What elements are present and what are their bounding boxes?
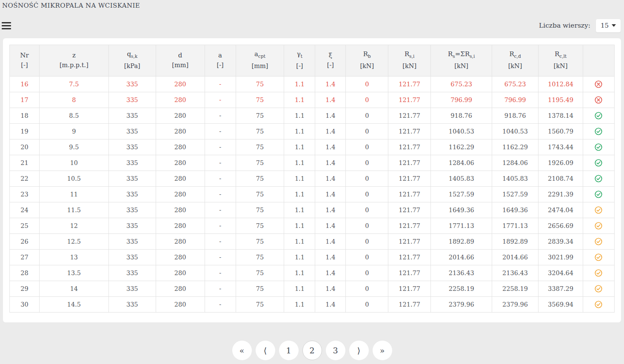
table-cell: 25	[10, 218, 40, 234]
table-cell: 1.4	[315, 171, 346, 187]
results-table: Nr[-]z[m.p.p.t.]qs,k[kPa]d[mm]a[-]acpt[m…	[9, 45, 615, 313]
table-cell: 335	[108, 108, 156, 124]
table-cell: 75	[236, 171, 284, 187]
table-row: 199335280-751.11.40121.771040.531040.531…	[10, 124, 615, 139]
next-page-button[interactable]: ⟩	[349, 341, 369, 360]
table-cell: 21	[10, 155, 40, 171]
table-cell: 918.76	[431, 108, 492, 124]
status-cell	[583, 281, 614, 297]
table-cell: 3021.99	[539, 250, 583, 265]
table-cell: 1.4	[315, 218, 346, 234]
table-cell: 14	[39, 281, 108, 297]
table-cell: 10.5	[39, 171, 108, 187]
pagination: «⟨123⟩»	[0, 341, 624, 360]
table-body: 167.5335280-751.11.40121.77675.23675.231…	[10, 77, 615, 313]
table-cell: 1.1	[284, 234, 315, 250]
table-cell: 1771.13	[431, 218, 492, 234]
table-cell: 9	[39, 124, 108, 139]
table-cell: 0	[346, 139, 388, 155]
table-cell: 1.4	[315, 281, 346, 297]
table-cell: 121.77	[388, 171, 431, 187]
column-header	[583, 45, 614, 77]
status-ok-icon	[583, 175, 614, 182]
table-cell: 0	[346, 265, 388, 281]
table-cell: 75	[236, 155, 284, 171]
table-cell: 1.1	[284, 139, 315, 155]
table-cell: 335	[108, 218, 156, 234]
table-cell: 2108.74	[539, 171, 583, 187]
table-cell: 121.77	[388, 250, 431, 265]
table-cell: 0	[346, 155, 388, 171]
page-1-button[interactable]: 1	[279, 341, 299, 360]
status-cell	[583, 202, 614, 218]
table-cell: 121.77	[388, 187, 431, 202]
table-cell: 1743.44	[539, 139, 583, 155]
column-header: Rb[kN]	[346, 45, 388, 77]
prev-page-button[interactable]: ⟨	[256, 341, 275, 360]
table-cell: 335	[108, 155, 156, 171]
table-cell: 22	[10, 171, 40, 187]
hamburger-menu-icon[interactable]	[2, 22, 11, 29]
table-row: 2311335280-751.11.40121.771527.591527.59…	[10, 187, 615, 202]
table-cell: 335	[108, 77, 156, 92]
table-cell: 121.77	[388, 265, 431, 281]
rows-per-page-select[interactable]: 15	[596, 19, 621, 32]
table-cell: 18	[10, 108, 40, 124]
table-cell: -	[205, 77, 236, 92]
table-cell: 1378.14	[539, 108, 583, 124]
table-cell: 1527.59	[431, 187, 492, 202]
table-cell: 121.77	[388, 92, 431, 108]
table-cell: 75	[236, 234, 284, 250]
first-page-button[interactable]: «	[232, 341, 252, 360]
page-3-button[interactable]: 3	[326, 341, 345, 360]
status-cell	[583, 108, 614, 124]
table-cell: 1162.29	[431, 139, 492, 155]
table-cell: 1.1	[284, 171, 315, 187]
table-cell: 1040.53	[492, 124, 539, 139]
table-cell: 1926.09	[539, 155, 583, 171]
table-cell: 2291.39	[539, 187, 583, 202]
table-cell: 13	[39, 250, 108, 265]
table-cell: 1.1	[284, 218, 315, 234]
results-panel: Nr[-]z[m.p.p.t.]qs,k[kPa]d[mm]a[-]acpt[m…	[3, 38, 621, 322]
table-cell: 280	[156, 187, 205, 202]
status-cell	[583, 171, 614, 187]
last-page-button[interactable]: »	[373, 341, 392, 360]
table-cell: 2379.96	[492, 297, 539, 313]
table-cell: 1.1	[284, 124, 315, 139]
page-title: NOŚNOŚĆ MIKROPALA NA WCISKANIE	[0, 0, 624, 9]
table-cell: 12.5	[39, 234, 108, 250]
table-cell: 20	[10, 139, 40, 155]
table-cell: 9.5	[39, 139, 108, 155]
table-cell: 0	[346, 202, 388, 218]
page-2-button[interactable]: 2	[302, 341, 322, 360]
table-cell: 1527.59	[492, 187, 539, 202]
table-cell: 1040.53	[431, 124, 492, 139]
table-cell: 3204.64	[539, 265, 583, 281]
table-row: 2210.5335280-751.11.40121.771405.831405.…	[10, 171, 615, 187]
column-header: acpt[mm]	[236, 45, 284, 77]
table-cell: 75	[236, 187, 284, 202]
table-cell: 28	[10, 265, 40, 281]
table-cell: 280	[156, 171, 205, 187]
table-cell: 121.77	[388, 202, 431, 218]
column-header: a[-]	[205, 45, 236, 77]
column-header: z[m.p.p.t.]	[39, 45, 108, 77]
table-cell: 1649.36	[431, 202, 492, 218]
table-cell: 1012.84	[539, 77, 583, 92]
table-cell: 280	[156, 281, 205, 297]
table-cell: 335	[108, 250, 156, 265]
table-cell: 280	[156, 250, 205, 265]
table-cell: 2839.34	[539, 234, 583, 250]
table-cell: -	[205, 108, 236, 124]
table-row: 2612.5335280-751.11.40121.771892.891892.…	[10, 234, 615, 250]
table-row: 188.5335280-751.11.40121.77918.76918.761…	[10, 108, 615, 124]
table-cell: 12	[39, 218, 108, 234]
table-cell: -	[205, 92, 236, 108]
table-header-row: Nr[-]z[m.p.p.t.]qs,k[kPa]d[mm]a[-]acpt[m…	[10, 45, 615, 77]
table-cell: 121.77	[388, 155, 431, 171]
table-cell: 280	[156, 218, 205, 234]
status-error-icon	[583, 96, 614, 104]
table-cell: 280	[156, 202, 205, 218]
table-cell: 75	[236, 139, 284, 155]
